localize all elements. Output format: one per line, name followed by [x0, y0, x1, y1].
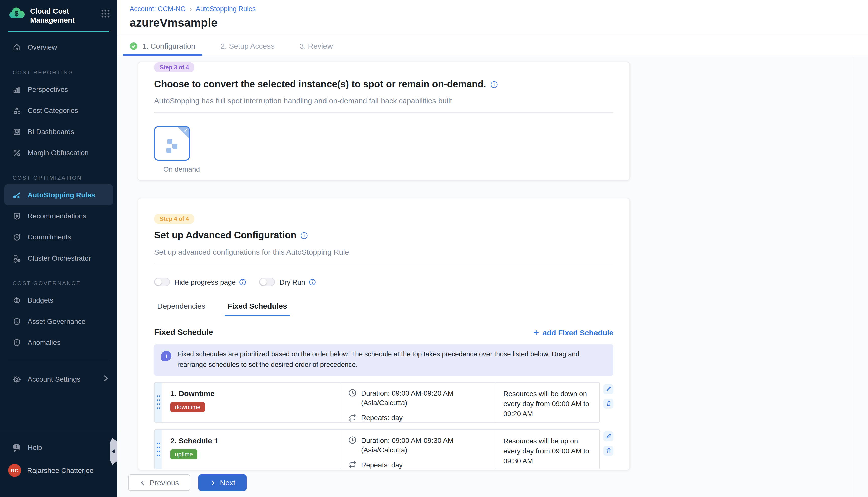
sidebar-item-asset-governance[interactable]: $ Asset Governance — [0, 311, 117, 332]
wizard-scroll-area[interactable]: Step 3 of 4 Choose to convert the select… — [117, 57, 868, 497]
step3-subheading: AutoStopping has full spot interruption … — [154, 96, 613, 105]
bar-chart-icon — [13, 85, 21, 94]
schedule-timezone: (Asia/Calcutta) — [361, 445, 453, 455]
sidebar-footer-divider — [0, 431, 117, 431]
sidebar-item-margin-obfuscation[interactable]: Margin Obfuscation — [0, 142, 117, 164]
sidebar-item-budgets[interactable]: $ Budgets — [0, 290, 117, 311]
sidebar-item-bi-dashboards[interactable]: BI Dashboards — [0, 121, 117, 142]
app-title: Cloud Cost Management — [30, 6, 101, 25]
svg-text:$: $ — [16, 299, 17, 302]
sidebar-collapse-handle[interactable] — [110, 438, 117, 465]
recommendation-icon — [13, 212, 21, 221]
clock-cycle-icon — [13, 233, 21, 241]
schedule-name: 1. Downtime — [170, 389, 340, 398]
step4-badge: Step 4 of 4 — [154, 214, 194, 224]
svg-text:$: $ — [16, 320, 18, 324]
info-icon[interactable] — [490, 81, 498, 88]
sidebar-item-help[interactable]: ? Help — [0, 437, 117, 457]
clock-icon — [348, 436, 356, 444]
sidebar-item-cluster-orchestrator[interactable]: Cluster Orchestrator — [0, 248, 117, 269]
collapse-left-icon — [112, 449, 114, 453]
step4-card: Step 4 of 4 Set up Advanced Configuratio… — [138, 198, 630, 470]
dry-run-toggle[interactable]: Dry Run — [259, 278, 316, 286]
dashboard-image-icon — [13, 128, 21, 136]
sidebar-divider — [8, 361, 109, 362]
drag-dots-icon — [156, 394, 160, 410]
tab-fixed-schedules[interactable]: Fixed Schedules — [225, 302, 290, 316]
tab-dependencies[interactable]: Dependencies — [154, 302, 208, 316]
sidebar-item-perspectives[interactable]: Perspectives — [0, 79, 117, 100]
chevron-right-icon — [210, 480, 216, 486]
toggle-knob — [155, 279, 162, 285]
add-fixed-schedule-button[interactable]: add Fixed Schedule — [533, 328, 613, 337]
selected-check-icon: ✓ — [184, 128, 188, 133]
fixed-schedule-heading: Fixed Schedule — [154, 328, 213, 337]
schedule-type-badge: uptime — [170, 449, 197, 459]
priority-info-banner: i Fixed schedules are prioritized based … — [154, 344, 613, 375]
on-demand-option[interactable]: ✓ — [154, 126, 190, 161]
drag-handle[interactable] — [155, 429, 162, 469]
sidebar-item-anomalies[interactable]: Anomalies — [0, 332, 117, 353]
drag-handle[interactable] — [155, 383, 162, 422]
hide-progress-toggle[interactable]: Hide progress page — [154, 278, 246, 286]
trash-icon — [605, 447, 612, 454]
schedule-repeats: Repeats: day — [361, 414, 403, 422]
tab-setup-access[interactable]: 2. Setup Access — [221, 36, 275, 56]
svg-text:?: ? — [15, 444, 17, 448]
schedule-row: 1. Downtime downtime Duration: 09:00 AM-… — [154, 382, 613, 423]
section-label-cost-reporting: COST REPORTING — [13, 66, 117, 79]
breadcrumb-section-link[interactable]: AutoStopping Rules — [196, 5, 256, 13]
check-circle-icon — [130, 42, 138, 50]
schedule-description: Resources will be up on every day from 0… — [495, 429, 599, 469]
schedule-duration: Duration: 09:00 AM-09:30 AM — [361, 436, 453, 445]
tab-configuration[interactable]: 1. Configuration — [130, 36, 195, 56]
delete-schedule-button[interactable] — [603, 445, 613, 456]
sidebar-item-recommendations[interactable]: Recommendations — [0, 205, 117, 227]
previous-button[interactable]: Previous — [128, 474, 191, 491]
sidebar-item-commitments[interactable]: Commitments — [0, 227, 117, 248]
sidebar-footer: ? Help RC Rajarshee Chatterjee — [0, 431, 117, 481]
repeat-icon — [348, 413, 356, 422]
step4-heading: Set up Advanced Configuration — [154, 230, 297, 241]
schedule-description: Resources will be down on every day from… — [495, 383, 599, 422]
shield-alert-icon — [13, 338, 21, 347]
app-grid-icon[interactable] — [101, 9, 110, 20]
sidebar-item-cost-categories[interactable]: Cost Categories — [0, 100, 117, 121]
sidebar-item-autostopping-rules[interactable]: AutoStopping Rules — [4, 184, 113, 205]
main-content: Account: CCM-NG › AutoStopping Rules azu… — [117, 0, 868, 497]
avatar: RC — [8, 464, 21, 477]
info-icon[interactable] — [239, 279, 246, 285]
toggle-knob — [260, 279, 267, 285]
edit-schedule-button[interactable] — [603, 384, 613, 394]
on-demand-label: On demand — [155, 165, 208, 173]
edit-schedule-button[interactable] — [603, 431, 613, 441]
gear-icon — [13, 375, 21, 384]
delete-schedule-button[interactable] — [603, 399, 613, 409]
info-bubble-icon: i — [161, 351, 171, 361]
toggle-track[interactable] — [259, 278, 275, 286]
breadcrumb-account-link[interactable]: Account: CCM-NG — [130, 5, 186, 13]
cluster-hexagons-icon — [13, 254, 21, 262]
wizard-actions: Previous Next — [128, 474, 247, 491]
toggle-track[interactable] — [154, 278, 170, 286]
user-menu[interactable]: RC Rajarshee Chatterjee — [0, 459, 117, 481]
advanced-config-tabs: Dependencies Fixed Schedules — [154, 302, 613, 316]
sidebar-item-overview[interactable]: Overview — [0, 37, 117, 58]
sidebar-item-account-settings[interactable]: Account Settings — [0, 369, 117, 390]
next-button[interactable]: Next — [198, 474, 247, 491]
active-tab-underline — [123, 54, 202, 56]
chevron-left-icon — [140, 480, 146, 486]
app: $ Cloud Cost Management Overview COST RE… — [0, 0, 868, 497]
info-icon[interactable] — [300, 232, 308, 239]
plus-icon — [533, 329, 540, 336]
repeat-icon — [348, 460, 356, 469]
page-header: Account: CCM-NG › AutoStopping Rules azu… — [117, 0, 868, 36]
info-icon[interactable] — [309, 279, 316, 285]
vm-square-icon — [172, 144, 177, 148]
step4-subheading: Set up advanced configurations for this … — [154, 247, 613, 256]
tab-review[interactable]: 3. Review — [299, 36, 333, 56]
shapes-icon — [13, 106, 21, 115]
page-title: azureVmsample — [130, 16, 868, 30]
sidebar: $ Cloud Cost Management Overview COST RE… — [0, 0, 117, 497]
scrollbar-track[interactable] — [852, 57, 852, 497]
